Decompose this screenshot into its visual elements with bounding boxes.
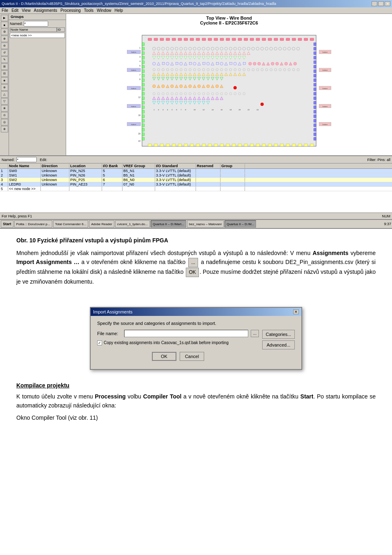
browse-inline-btn[interactable]: ... [188,258,198,267]
minimize-btn[interactable]: _ [372,1,377,6]
svg-rect-76 [142,124,145,127]
maximize-btn[interactable]: □ [378,1,384,6]
table-row: 3 SW2 Unknown PIN_P25 6 B6_N0 3.3-V LVTT… [0,178,392,182]
menu-window[interactable]: Window [97,8,111,13]
browse-button[interactable]: ... [251,330,259,337]
toolbar-icon-9[interactable]: ⊟ [1,70,8,77]
svg-rect-3 [154,38,158,40]
taskbar-item-6[interactable]: bez_nazvu – Malovaní [187,220,224,228]
dialog-bottom-buttons: OK Cancel [97,350,259,364]
svg-rect-89 [314,83,316,86]
pin-filter-input[interactable] [16,157,37,162]
copy-checkbox[interactable]: ✓ [97,340,102,345]
dialog-cancel-button[interactable]: Cancel [180,352,204,361]
toolbar-icon-17[interactable]: ⊕ [1,126,8,132]
svg-rect-43 [226,144,230,146]
svg-rect-42 [220,144,224,146]
advanced-button[interactable]: Advanced... [262,340,295,349]
menu-view[interactable]: View [22,8,31,13]
svg-rect-14 [220,38,224,40]
quartus-title-bar: Quartus II - D:/Martin/skola/A4B35PS_Str… [0,0,392,7]
svg-rect-34 [172,144,176,146]
col-node-name: Node Name [8,164,41,168]
cell-loc [69,187,102,191]
toolbar-icon-16[interactable]: ◎ [1,119,8,125]
start-bold: Start [301,393,314,400]
quartus-title-text: Quartus II - D:/Martin/skola/A4B35PS_Str… [2,2,276,6]
num-indicator: NUM [382,214,391,218]
toolbar-icon-14[interactable]: ⊗ [1,105,8,112]
menu-processing[interactable]: Processing [60,8,80,13]
cell-dir: Unknown [41,173,69,177]
taskbar-item-4[interactable]: cviceni_1_tyden.do... [115,220,150,228]
taskbar-item-5[interactable]: Quartus II – D:/Mart... [151,220,186,228]
categories-button[interactable]: Categories... [262,330,295,339]
svg-rect-60 [142,51,145,54]
svg-rect-25 [286,38,290,40]
svg-text:button: button [131,123,136,125]
toolbar-icon-3[interactable]: ⚙ [1,29,8,35]
svg-text:5: 5 [139,65,140,67]
toolbar-icon-1[interactable]: ▶ [1,15,8,21]
toolbar-icon-12[interactable]: △ [1,91,8,98]
section-title: Kompilace projektu [16,382,376,389]
svg-rect-100 [314,133,316,136]
toolbar-icon-4[interactable]: ⊕ [1,36,8,42]
svg-text:button: button [323,69,328,71]
taskbar-item-2[interactable]: Total Commander 6... [53,220,88,228]
taskbar-item-3[interactable]: Adobe Reader [89,220,114,228]
svg-rect-56 [304,144,308,146]
toolbar-icon-7[interactable]: ✎ [1,56,8,63]
menu-tools[interactable]: Tools [84,8,94,13]
ok-inline-btn[interactable]: OK [186,268,198,277]
cell-num: 3 [0,178,8,182]
toolbar-icon-15[interactable]: ⊙ [1,112,8,119]
svg-text:button: button [323,105,328,107]
svg-rect-31 [154,144,158,146]
svg-text:24: 24 [256,109,258,111]
dialog-wrapper: Import Assignments ✕ Specify the source … [0,307,392,370]
svg-text:18: 18 [229,109,232,111]
svg-rect-52 [280,144,284,146]
pin-table-header: Node Name Direction Location I/O Bank VR… [0,163,392,169]
cell-name: SW2 [8,178,41,182]
chip-title: Top View - Wire Bond Cyclone II - EP2C35… [66,14,392,26]
svg-rect-44 [232,144,236,146]
toolbar-icon-8[interactable]: ⊞ [1,63,8,70]
col-reserved: Reserved [196,164,220,168]
svg-rect-57 [310,144,314,146]
close-btn[interactable]: ✕ [385,1,390,6]
menu-file[interactable]: File [2,8,8,13]
figure-label: Obr. 10 Fyzické přiřazení vstupů a výstu… [16,237,376,244]
pin-table-area: Named: Edit: Filter: Pins: all Node Name… [0,155,392,213]
toolbar-icon-2[interactable]: ■ [1,22,8,28]
svg-point-199 [249,62,252,65]
toolbar-icon-5[interactable]: ⊖ [1,43,8,49]
dialog-close-button[interactable]: ✕ [293,309,299,314]
svg-rect-45 [238,144,242,146]
toolbar-icon-6[interactable]: ↺ [1,49,8,56]
start-button[interactable]: Start [1,220,13,228]
svg-rect-53 [286,144,290,146]
svg-rect-10 [196,38,200,40]
toolbar-icon-11[interactable]: ⊛ [1,84,8,91]
file-name-input[interactable] [124,330,248,337]
svg-rect-78 [142,133,145,136]
svg-rect-65 [142,74,145,77]
toolbar-icon-10[interactable]: ◈ [1,77,8,84]
named-input[interactable] [24,21,48,27]
table-row: 4 LEDR0 Unknown PIN_AE23 7 07_N0 3.3-V L… [0,182,392,187]
menu-assignments[interactable]: Assignments [34,8,57,13]
cell-name: LEDR0 [8,182,41,186]
checkbox-label: Copy existing assignments into Casovac_1… [104,340,229,345]
toolbar-icon-13[interactable]: ▽ [1,98,8,105]
table-row: 1 SW0 Unknown PIN_N25 5 B5_N1 3.3-V LVTT… [0,169,392,173]
svg-rect-33 [166,144,170,146]
menu-edit[interactable]: Edit [11,8,18,13]
taskbar-item-7[interactable]: Quartus II – D:/M... [225,220,256,228]
table-row: 5 << new node >> [0,187,392,191]
taskbar-item-1[interactable]: Polita :: Doručování p... [14,220,52,228]
dialog-ok-button[interactable]: OK [152,352,176,361]
svg-rect-88 [314,79,316,82]
menu-help[interactable]: Help [115,8,123,13]
